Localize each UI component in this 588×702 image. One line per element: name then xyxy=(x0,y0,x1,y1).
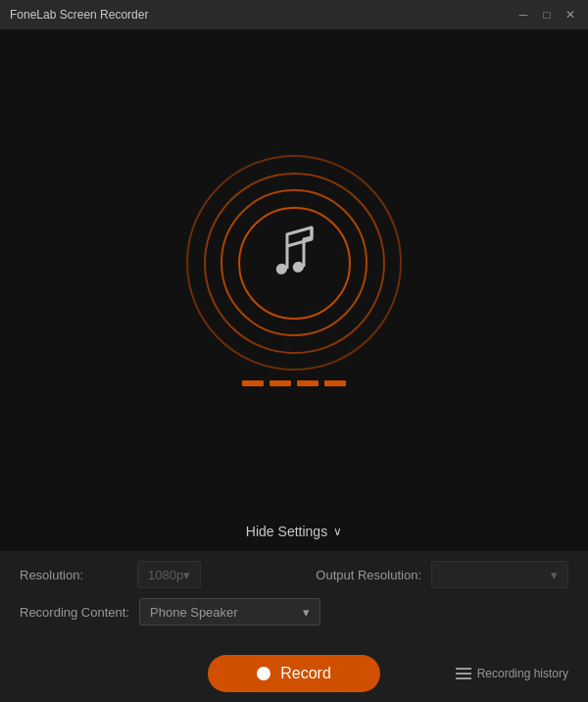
minimize-button[interactable]: ─ xyxy=(515,7,531,23)
output-resolution-select[interactable]: ▾ xyxy=(431,561,568,588)
recording-content-value: Phone Speaker xyxy=(150,605,238,620)
hide-settings-button[interactable]: Hide Settings ∨ xyxy=(246,524,342,539)
record-dot-icon xyxy=(257,667,270,680)
title-bar: FoneLab Screen Recorder ─ □ ✕ xyxy=(0,0,588,29)
chevron-down-icon: ∨ xyxy=(333,525,342,538)
rings-container xyxy=(186,155,402,371)
resolution-chevron-icon: ▾ xyxy=(183,568,190,582)
bottom-bar: Record Recording history xyxy=(0,645,588,702)
output-resolution-chevron-icon: ▾ xyxy=(551,568,558,582)
hamburger-icon xyxy=(456,668,471,679)
eq-bar-4 xyxy=(324,380,346,386)
output-resolution-label: Output Resolution: xyxy=(316,568,421,582)
resolution-label: Resolution: xyxy=(20,568,127,582)
resolution-row: Resolution: 1080p ▾ Output Resolution: ▾ xyxy=(20,561,568,588)
app-title: FoneLab Screen Recorder xyxy=(10,8,148,22)
hide-settings-area[interactable]: Hide Settings ∨ xyxy=(0,512,588,551)
recording-content-chevron-icon: ▾ xyxy=(303,605,310,620)
eq-bar-1 xyxy=(242,380,264,386)
resolution-group: Resolution: 1080p ▾ xyxy=(20,561,201,588)
eq-bars xyxy=(242,380,346,386)
maximize-button[interactable]: □ xyxy=(539,7,555,23)
recording-history-button[interactable]: Recording history xyxy=(456,667,568,680)
record-button[interactable]: Record xyxy=(208,655,380,692)
eq-bar-3 xyxy=(297,380,318,386)
visualizer-container xyxy=(186,29,402,512)
eq-bar-2 xyxy=(270,380,291,386)
settings-panel: Resolution: 1080p ▾ Output Resolution: ▾… xyxy=(0,551,588,645)
recording-content-select[interactable]: Phone Speaker ▾ xyxy=(139,598,320,626)
music-note-icon xyxy=(268,220,321,297)
resolution-value: 1080p xyxy=(148,568,183,582)
hide-settings-label: Hide Settings xyxy=(246,524,327,539)
resolution-select[interactable]: 1080p ▾ xyxy=(137,561,201,588)
output-resolution-group: Output Resolution: ▾ xyxy=(316,561,568,588)
record-label: Record xyxy=(280,665,331,682)
recording-content-label: Recording Content: xyxy=(20,605,129,620)
close-button[interactable]: ✕ xyxy=(563,7,578,23)
recording-content-row: Recording Content: Phone Speaker ▾ xyxy=(20,598,568,626)
recording-history-label: Recording history xyxy=(477,667,568,680)
main-content xyxy=(0,29,588,512)
window-controls: ─ □ ✕ xyxy=(515,7,578,23)
